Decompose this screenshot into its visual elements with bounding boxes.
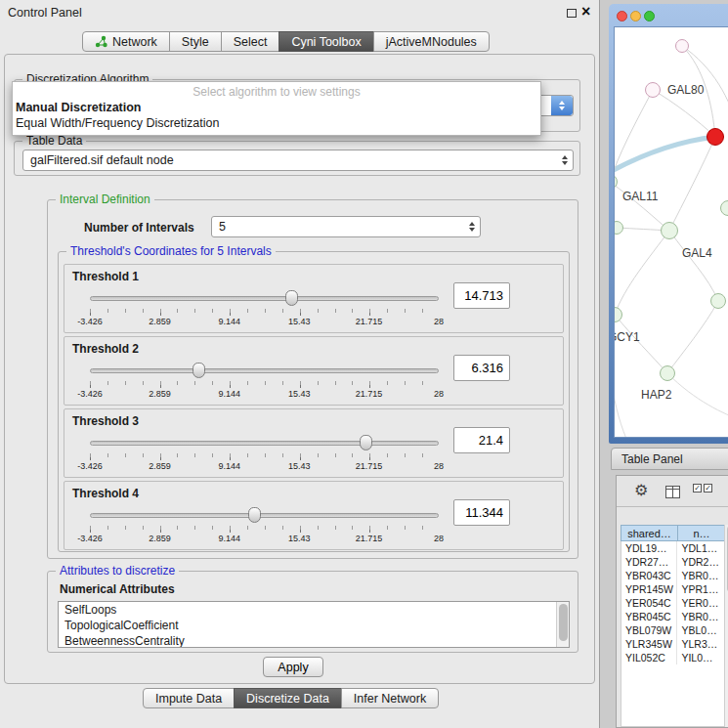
- table-data-combo[interactable]: galFiltered.sif default node: [22, 150, 574, 171]
- tab-cyni-toolbox[interactable]: Cyni Toolbox: [278, 31, 373, 52]
- scale-label: 2.859: [149, 317, 171, 326]
- threshold-value-input[interactable]: [453, 355, 510, 381]
- threshold-label: Threshold 2: [72, 342, 139, 356]
- scale-label: 21.715: [356, 534, 383, 543]
- attributes-listbox[interactable]: SelfLoops TopologicalCoefficient Between…: [58, 601, 570, 648]
- list-scrollbar-thumb[interactable]: [559, 604, 568, 641]
- tab-label: Infer Network: [354, 692, 426, 706]
- table-row[interactable]: YBR043CYBR0…: [621, 569, 725, 582]
- list-scrollbar[interactable]: [556, 602, 569, 647]
- column-header-shared[interactable]: shared…: [621, 525, 678, 541]
- float-window-icon[interactable]: [567, 9, 577, 18]
- thresholds-group: Threshold's Coordinates for 5 Intervals …: [58, 251, 570, 552]
- num-intervals-label: Number of Intervals: [84, 221, 194, 235]
- tab-jactivemnodules[interactable]: jActiveMNodules: [373, 31, 490, 52]
- list-item[interactable]: SelfLoops: [59, 602, 569, 618]
- slider-thumb[interactable]: [248, 507, 261, 523]
- slider-scale: -3.426 2.859 9.144 15.43 21.715 28: [90, 389, 439, 400]
- apply-button[interactable]: Apply: [263, 657, 323, 677]
- scale-label: 2.859: [149, 534, 171, 543]
- checkbox-icon: ✓: [704, 484, 712, 492]
- threshold-slider[interactable]: [90, 435, 439, 451]
- slider-track[interactable]: [90, 368, 439, 373]
- table-panel-header[interactable]: Table Panel: [611, 448, 728, 470]
- traffic-light-close-icon[interactable]: [617, 11, 627, 21]
- network-canvas[interactable]: GAL80GAL11GAL4GCY1HAP2: [614, 26, 728, 438]
- dropdown-option-manual[interactable]: Manual Discretization: [13, 100, 540, 115]
- table-data-group-title: Table Data: [22, 134, 86, 148]
- tab-discretize-data[interactable]: Discretize Data: [234, 688, 342, 708]
- table-row[interactable]: YER054CYER0…: [621, 596, 725, 610]
- column-header-name[interactable]: n…: [677, 525, 726, 541]
- slider-minor-ticks: [90, 526, 440, 530]
- slider-thumb[interactable]: [360, 435, 372, 450]
- table-row[interactable]: YDL19…YDL1…: [621, 541, 725, 555]
- table-row[interactable]: YBR045CYBR0…: [621, 610, 725, 623]
- table-cell: YBL0…: [677, 623, 725, 637]
- slider-scale: -3.426 2.859 9.144 15.43 21.715 28: [90, 534, 439, 544]
- tab-select[interactable]: Select: [221, 31, 280, 52]
- combo-stepper-icon[interactable]: [463, 217, 480, 236]
- columns-icon[interactable]: [665, 485, 680, 502]
- threshold-slider[interactable]: [90, 507, 439, 524]
- table-row[interactable]: YPR145WYPR1…: [621, 582, 725, 596]
- tab-infer-network[interactable]: Infer Network: [341, 688, 439, 708]
- dropdown-option-equal-width[interactable]: Equal Width/Frequency Discretization: [13, 115, 540, 131]
- attributes-group: Attributes to discretize Numerical Attri…: [47, 571, 578, 653]
- numerical-attributes-label: Numerical Attributes: [60, 582, 175, 596]
- threshold-value-input[interactable]: [453, 282, 510, 309]
- table-cell: YER054C: [621, 596, 677, 610]
- table-scrollbar[interactable]: [724, 525, 728, 727]
- tab-impute-data[interactable]: Impute Data: [143, 688, 235, 708]
- table-row[interactable]: YDR27…YDR2…: [621, 555, 725, 569]
- table-row[interactable]: YIL052CYIL0…: [621, 651, 725, 664]
- threshold-slider[interactable]: [90, 290, 439, 307]
- traffic-light-zoom-icon[interactable]: [644, 11, 655, 21]
- scale-label: 2.859: [149, 461, 171, 471]
- num-intervals-combo[interactable]: 5: [211, 216, 481, 237]
- slider-track[interactable]: [90, 513, 439, 518]
- network-node[interactable]: [660, 365, 675, 381]
- threshold-panel: Threshold 1 -3.426 2.859 9.144 15.43 21.…: [64, 264, 564, 333]
- tab-network[interactable]: Network: [82, 31, 170, 52]
- combo-stepper-icon[interactable]: [556, 150, 573, 170]
- close-icon[interactable]: ×: [581, 3, 590, 21]
- network-node[interactable]: [645, 82, 661, 98]
- slider-track[interactable]: [90, 441, 439, 446]
- tab-label: Impute Data: [155, 692, 222, 706]
- network-node[interactable]: [675, 39, 689, 53]
- network-node-label: GAL11: [622, 190, 658, 203]
- slider-track[interactable]: [90, 296, 439, 301]
- table-row[interactable]: YBL079WYBL0…: [621, 623, 725, 637]
- checkbox-icon: ✓: [693, 484, 702, 492]
- gear-icon[interactable]: ⚙: [634, 481, 648, 499]
- network-node[interactable]: [710, 293, 726, 309]
- table-cell: YPR145W: [621, 582, 677, 596]
- threshold-value-input[interactable]: [453, 499, 510, 526]
- thresholds-group-title: Threshold's Coordinates for 5 Intervals: [66, 244, 276, 258]
- scale-label: 15.43: [288, 461, 311, 471]
- slider-minor-ticks: [90, 381, 440, 385]
- threshold-slider[interactable]: [90, 363, 439, 379]
- scale-label: 9.144: [219, 461, 241, 471]
- table-toolbar: ⚙ ✓ ✓: [617, 476, 728, 507]
- list-item[interactable]: BetweennessCentrality: [59, 633, 569, 648]
- threshold-value-input[interactable]: [453, 427, 510, 453]
- network-node[interactable]: [707, 128, 724, 146]
- network-node[interactable]: [661, 222, 678, 239]
- tab-label: Select: [234, 35, 268, 49]
- slider-thumb[interactable]: [193, 363, 205, 378]
- combo-stepper-icon[interactable]: [551, 96, 573, 115]
- list-item[interactable]: TopologicalCoefficient: [59, 618, 569, 633]
- scale-label: 21.715: [356, 461, 383, 471]
- traffic-light-minimize-icon[interactable]: [630, 11, 641, 21]
- scale-label: -3.426: [77, 389, 103, 399]
- tab-style[interactable]: Style: [169, 31, 222, 52]
- threshold-label: Threshold 3: [72, 414, 139, 428]
- table-cell: YIL0…: [677, 651, 725, 664]
- table-row[interactable]: YLR345WYLR3…: [621, 637, 725, 651]
- select-columns-icons[interactable]: ✓ ✓: [693, 484, 712, 492]
- table-cell: YIL052C: [621, 651, 677, 664]
- scale-label: 21.715: [356, 389, 383, 399]
- slider-thumb[interactable]: [285, 290, 298, 306]
